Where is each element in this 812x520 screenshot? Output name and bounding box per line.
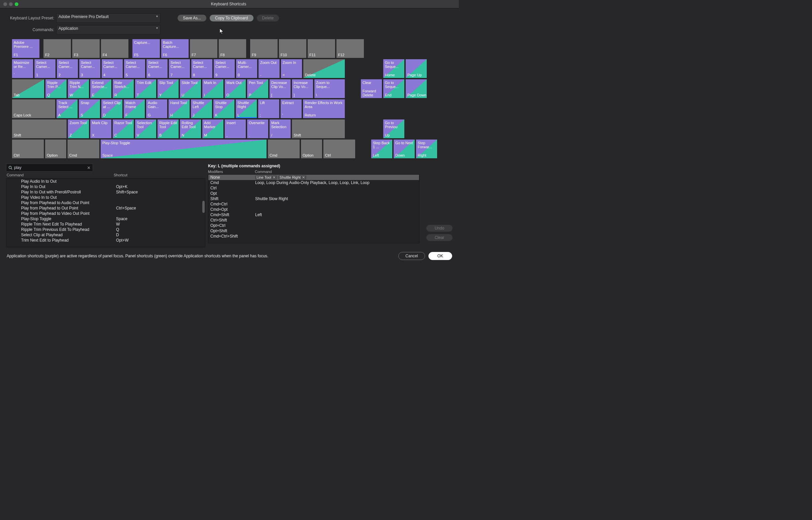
- modifier-row[interactable]: CmdLoop, Loop During Audio-Only Playback…: [208, 180, 419, 185]
- key-f4[interactable]: F4: [101, 39, 129, 58]
- key-r[interactable]: Rate Stretch...R: [113, 79, 134, 98]
- ok-button[interactable]: OK: [428, 252, 452, 260]
- key-comma[interactable]: Insert,: [225, 120, 246, 138]
- modifier-row[interactable]: Opt+Ctrl: [208, 223, 419, 228]
- key-f12[interactable]: F12: [336, 39, 364, 58]
- key-t[interactable]: Trim EditT: [135, 79, 156, 98]
- key-lshift[interactable]: Shift: [12, 120, 66, 138]
- zoom-window[interactable]: [15, 2, 19, 6]
- modifier-row[interactable]: Cmd+Ctrl+Shift: [208, 234, 419, 239]
- key-pagedown[interactable]: Page Down: [406, 79, 427, 98]
- list-item[interactable]: Play In to OutOpt+K: [6, 184, 205, 189]
- key-tab[interactable]: Tab: [12, 79, 44, 98]
- key-home[interactable]: Go to Seque...Home: [383, 59, 404, 78]
- modifier-row[interactable]: Cmd+Ctrl: [208, 202, 419, 207]
- key-period[interactable]: Overwrite.: [247, 120, 268, 138]
- key-7[interactable]: Select Camer...7: [169, 59, 190, 78]
- search-input[interactable]: [13, 165, 87, 170]
- key-rshift[interactable]: Shift: [292, 120, 345, 138]
- key-f6[interactable]: Batch Capture...F6: [161, 39, 189, 58]
- modifier-row[interactable]: Opt+Shift: [208, 228, 419, 234]
- key-0[interactable]: Multi-Camer...0: [236, 59, 257, 78]
- save-as-button[interactable]: Save As...: [177, 15, 207, 22]
- modifier-row[interactable]: Cmd+Opt: [208, 207, 419, 212]
- minimize-window[interactable]: [9, 2, 13, 6]
- key-s[interactable]: SnapS: [79, 99, 100, 118]
- list-item[interactable]: Play-Stop ToggleSpace: [6, 216, 205, 222]
- key-2[interactable]: Select Camer...2: [57, 59, 78, 78]
- key-n[interactable]: Rolling Edit ToolN: [180, 120, 201, 138]
- key-f1[interactable]: Adobe Premiere ...F1: [12, 39, 39, 58]
- list-item[interactable]: Select Clip at PlayheadD: [6, 232, 205, 238]
- key-y[interactable]: Slip ToolY: [158, 79, 179, 98]
- key-minus[interactable]: Zoom Out-: [259, 59, 279, 78]
- preset-select[interactable]: Adobe Premiere Pro Default: [56, 14, 161, 23]
- key-z[interactable]: Zoom ToolZ: [68, 120, 89, 138]
- key-j[interactable]: Shuttle LeftJ: [191, 99, 212, 118]
- key-up[interactable]: Go to PreviouUp: [383, 120, 404, 138]
- key-o[interactable]: Mark OutO: [225, 79, 246, 98]
- modifier-row[interactable]: ShiftShuttle Slow Right: [208, 196, 419, 202]
- key-c[interactable]: Razor ToolC: [113, 120, 134, 138]
- modifier-list[interactable]: NoneLine Tool✕Shuttle Right✕CmdLoop, Loo…: [208, 174, 419, 243]
- key-m[interactable]: Add MarkerM: [202, 120, 223, 138]
- key-down[interactable]: Go to NextDown: [394, 139, 415, 158]
- key-3[interactable]: Select Camer...3: [79, 59, 100, 78]
- key-1[interactable]: Select Camer...1: [34, 59, 55, 78]
- key-f9[interactable]: F9: [250, 39, 277, 58]
- key-e[interactable]: Extend Selecte...E: [90, 79, 111, 98]
- key-d[interactable]: Select Clip at ...D: [101, 99, 123, 118]
- command-list[interactable]: Play Audio In to OutPlay In to OutOpt+KP…: [6, 178, 205, 247]
- key-equals[interactable]: Zoom In=: [281, 59, 302, 78]
- key-i[interactable]: Mark InI: [202, 79, 223, 98]
- list-item[interactable]: Play from Playhead to Audio Out Point: [6, 200, 205, 205]
- key-rcmd[interactable]: Cmd: [268, 139, 300, 158]
- key-v[interactable]: Selection ToolV: [135, 120, 156, 138]
- key-p[interactable]: Pen ToolP: [247, 79, 268, 98]
- modifier-row[interactable]: Ctrl+Shift: [208, 217, 419, 223]
- list-item[interactable]: Play In to Out with Preroll/PostrollShif…: [6, 189, 205, 195]
- key-f3[interactable]: F3: [72, 39, 100, 58]
- key-g[interactable]: Audio Gain...G: [146, 99, 167, 118]
- key-delete[interactable]: Delete: [303, 59, 345, 78]
- key-u[interactable]: Slide ToolU: [180, 79, 201, 98]
- key-w[interactable]: Ripple Trim N...W: [68, 79, 89, 98]
- key-a[interactable]: Track Select ...A: [56, 99, 78, 118]
- search-field[interactable]: ✕: [6, 164, 93, 172]
- key-backslash[interactable]: Zoom to Seque...\: [314, 79, 345, 98]
- key-rctrl[interactable]: Ctrl: [323, 139, 355, 158]
- modifier-row[interactable]: Cmd+ShiftLeft: [208, 212, 419, 217]
- key-lbracket[interactable]: Decrease Clip Vo...[: [270, 79, 291, 98]
- key-right[interactable]: Step Forwar...Right: [416, 139, 437, 158]
- key-f8[interactable]: F8: [219, 39, 246, 58]
- list-item[interactable]: Ripple Trim Previous Edit To PlayheadQ: [6, 227, 205, 232]
- key-f5[interactable]: Capture...F5: [132, 39, 160, 58]
- key-left[interactable]: Step Back 1 ...Left: [371, 139, 392, 158]
- key-4[interactable]: Select Camer...4: [102, 59, 123, 78]
- key-6[interactable]: Select Camer...6: [146, 59, 167, 78]
- list-item[interactable]: Trim Next Edit to PlayheadOpt+W: [6, 238, 205, 243]
- key-k[interactable]: Shuttle StopK: [213, 99, 235, 118]
- key-slash[interactable]: Mark Selection/: [270, 120, 291, 138]
- key-return[interactable]: Render Effects in Work AreaReturn: [303, 99, 345, 118]
- key-capslock[interactable]: Caps Lock: [12, 99, 55, 118]
- key-9[interactable]: Select Camer...9: [214, 59, 235, 78]
- key-rbracket[interactable]: Increase Clip Vo...]: [292, 79, 313, 98]
- key-lcmd[interactable]: Cmd: [67, 139, 99, 158]
- key-loption[interactable]: Option: [45, 139, 66, 158]
- key-f[interactable]: Match FrameF: [124, 99, 145, 118]
- list-item[interactable]: Play from Playhead to Out PointCtrl+Spac…: [6, 205, 205, 211]
- commands-select[interactable]: Application: [56, 25, 161, 34]
- modifier-row[interactable]: NoneLine Tool✕Shuttle Right✕: [208, 175, 419, 180]
- key-forwarddelete[interactable]: ClearForward Delete: [361, 79, 382, 98]
- key-f10[interactable]: F10: [279, 39, 306, 58]
- cancel-button[interactable]: Cancel: [398, 252, 425, 260]
- key-h[interactable]: Hand ToolH: [168, 99, 190, 118]
- key-end[interactable]: Go to Seque...End: [383, 79, 404, 98]
- key-5[interactable]: Select Camer...5: [124, 59, 145, 78]
- key-8[interactable]: Select Camer...8: [191, 59, 212, 78]
- key-lctrl[interactable]: Ctrl: [12, 139, 44, 158]
- key-semicolon[interactable]: Lift;: [258, 99, 279, 118]
- key-x[interactable]: Mark ClipX: [90, 120, 111, 138]
- scrollbar-thumb[interactable]: [202, 201, 205, 213]
